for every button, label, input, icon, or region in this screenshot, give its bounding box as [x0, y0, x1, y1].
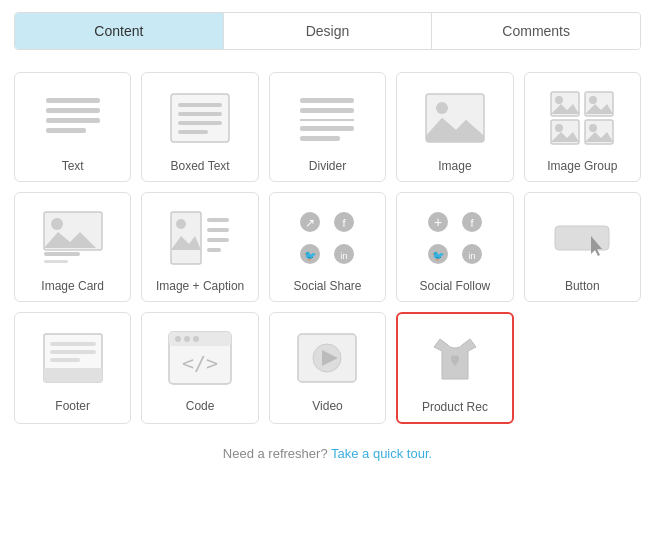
svg-point-18 [555, 96, 563, 104]
svg-rect-12 [300, 126, 354, 131]
card-image-group[interactable]: Image Group [524, 72, 641, 182]
svg-rect-5 [178, 103, 222, 107]
card-product-rec-label: Product Rec [422, 400, 488, 414]
svg-rect-7 [178, 121, 222, 125]
card-video[interactable]: Video [269, 312, 386, 424]
content-grid: Text Boxed Text Divider [0, 58, 655, 438]
card-social-share[interactable]: ↗ f 🐦 in Social Share [269, 192, 386, 302]
svg-rect-4 [171, 94, 229, 142]
svg-rect-2 [46, 118, 100, 123]
tab-design[interactable]: Design [224, 13, 433, 49]
tabs-container: Content Design Comments [14, 12, 641, 50]
svg-point-30 [51, 218, 63, 230]
social-share-icon: ↗ f 🐦 in [287, 203, 367, 273]
card-image[interactable]: Image [396, 72, 513, 182]
card-image-caption[interactable]: Image + Caption [141, 192, 258, 302]
card-divider-label: Divider [309, 159, 346, 173]
card-code[interactable]: </> Code [141, 312, 258, 424]
code-icon: </> [160, 323, 240, 393]
svg-point-24 [555, 124, 563, 132]
svg-text:🐦: 🐦 [304, 249, 317, 262]
social-follow-icon: + f 🐦 in [415, 203, 495, 273]
footer-tour-link[interactable]: Take a quick tour. [331, 446, 432, 461]
svg-rect-62 [50, 350, 96, 354]
svg-rect-33 [44, 260, 68, 263]
svg-text:in: in [341, 251, 348, 261]
card-product-rec[interactable]: Product Rec [396, 312, 513, 424]
svg-text:in: in [468, 251, 475, 261]
card-footer-label: Footer [55, 399, 90, 413]
svg-rect-60 [44, 368, 102, 382]
card-button[interactable]: Button [524, 192, 641, 302]
svg-rect-38 [207, 228, 229, 232]
card-boxed-text[interactable]: Boxed Text [141, 72, 258, 182]
svg-rect-9 [300, 98, 354, 103]
image-icon [415, 83, 495, 153]
video-icon [287, 323, 367, 393]
svg-point-68 [193, 336, 199, 342]
product-rec-icon [415, 324, 495, 394]
tab-content[interactable]: Content [15, 13, 224, 49]
card-image-card-label: Image Card [41, 279, 104, 293]
svg-rect-3 [46, 128, 86, 133]
card-image-caption-label: Image + Caption [156, 279, 244, 293]
card-text[interactable]: Text [14, 72, 131, 182]
card-social-follow[interactable]: + f 🐦 in Social Follow [396, 192, 513, 302]
card-social-follow-label: Social Follow [420, 279, 491, 293]
card-code-label: Code [186, 399, 215, 413]
svg-point-21 [589, 96, 597, 104]
svg-point-15 [436, 102, 448, 114]
divider-icon [287, 83, 367, 153]
svg-rect-8 [178, 130, 208, 134]
svg-rect-57 [555, 226, 609, 250]
svg-point-66 [175, 336, 181, 342]
svg-rect-1 [46, 108, 100, 113]
svg-point-67 [184, 336, 190, 342]
text-icon [33, 83, 113, 153]
card-text-label: Text [62, 159, 84, 173]
button-icon [542, 203, 622, 273]
svg-point-35 [176, 219, 186, 229]
tab-comments[interactable]: Comments [432, 13, 640, 49]
card-video-label: Video [312, 399, 342, 413]
svg-rect-34 [171, 212, 201, 264]
image-caption-icon [160, 203, 240, 273]
svg-text:</>: </> [182, 351, 218, 375]
card-button-label: Button [565, 279, 600, 293]
card-image-group-label: Image Group [547, 159, 617, 173]
svg-rect-37 [207, 218, 229, 222]
svg-rect-6 [178, 112, 222, 116]
svg-rect-63 [50, 358, 80, 362]
card-social-share-label: Social Share [293, 279, 361, 293]
svg-rect-39 [207, 238, 229, 242]
svg-rect-32 [44, 252, 80, 256]
svg-text:↗: ↗ [305, 216, 315, 230]
card-image-card[interactable]: Image Card [14, 192, 131, 302]
svg-text:🐦: 🐦 [432, 249, 445, 262]
svg-text:+: + [434, 214, 442, 230]
card-divider[interactable]: Divider [269, 72, 386, 182]
card-image-label: Image [438, 159, 471, 173]
svg-rect-13 [300, 136, 340, 141]
svg-rect-61 [50, 342, 96, 346]
image-group-icon [542, 83, 622, 153]
card-footer[interactable]: Footer [14, 312, 131, 424]
footer-note: Need a refresher? Take a quick tour. [0, 438, 655, 473]
boxed-text-icon [160, 83, 240, 153]
svg-point-27 [589, 124, 597, 132]
svg-rect-10 [300, 108, 354, 113]
card-boxed-text-label: Boxed Text [171, 159, 230, 173]
footer-text: Need a refresher? [223, 446, 328, 461]
image-card-icon [33, 203, 113, 273]
svg-rect-40 [207, 248, 221, 252]
svg-rect-0 [46, 98, 100, 103]
footer-icon [33, 323, 113, 393]
